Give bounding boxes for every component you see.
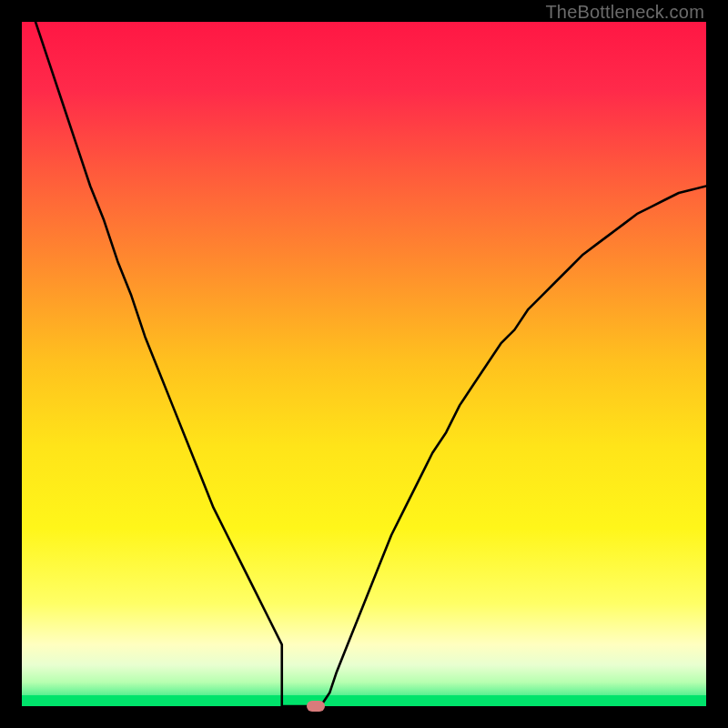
flat-band [22,695,706,706]
optimum-marker [307,701,325,712]
bottleneck-chart [22,22,706,706]
chart-frame [22,22,706,706]
watermark-text: TheBottleneck.com [545,2,704,23]
